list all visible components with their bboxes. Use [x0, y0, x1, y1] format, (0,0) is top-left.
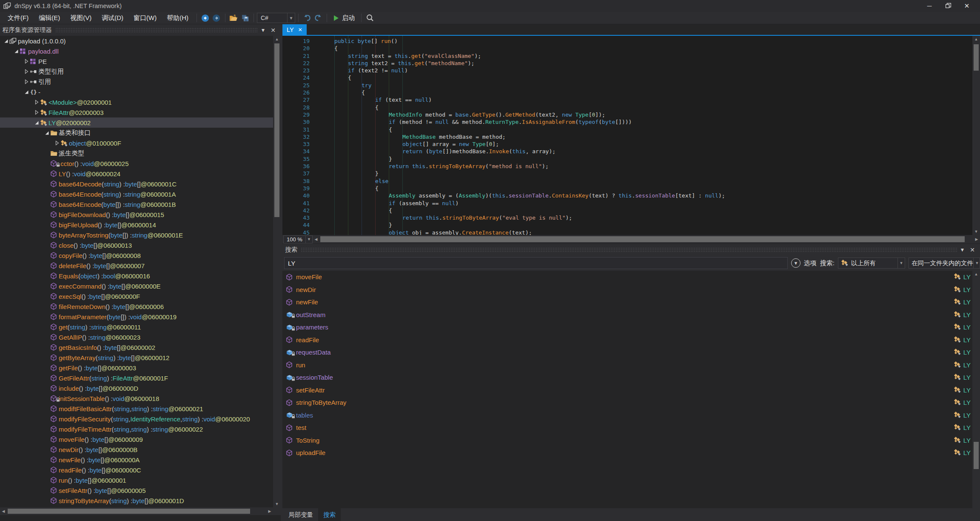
open-file-button[interactable] [228, 13, 239, 23]
editor-hscroll-thumb[interactable] [320, 236, 965, 242]
tree-row[interactable]: PE [0, 56, 273, 66]
close-button[interactable]: ✕ [963, 2, 971, 10]
tree-horizontal-scrollbar[interactable]: ◀ ▶ [0, 507, 281, 515]
scroll-up-icon[interactable]: ▲ [273, 36, 281, 43]
tree-row[interactable]: readFile() : byte[] @0600000C [0, 465, 273, 475]
tree-row[interactable]: deleteFile() : byte[] @06000007 [0, 260, 273, 271]
search-result-row[interactable]: newFileLY [282, 296, 972, 309]
expander-expanded-icon[interactable] [13, 49, 20, 54]
menu-item[interactable]: 文件(F) [3, 13, 34, 23]
tree-row[interactable]: fileRemoteDown() : byte[] @06000006 [0, 301, 273, 312]
menu-item[interactable]: 窗口(W) [128, 13, 162, 23]
tree-row[interactable]: {}- [0, 87, 273, 97]
scroll-left-icon[interactable]: ◀ [313, 237, 319, 241]
search-result-row[interactable]: setFileAttrLY [282, 384, 972, 397]
navigate-back-button[interactable] [200, 13, 211, 23]
tree-row[interactable]: getByteArray(string) : byte[] @06000012 [0, 352, 273, 363]
code-content[interactable]: public byte[] run(){string text = this.g… [316, 36, 972, 235]
language-combobox[interactable]: C# ▼ [257, 13, 295, 23]
tree-row[interactable]: moveFile() : byte[] @06000009 [0, 434, 273, 444]
tree-row[interactable]: setFileAttr() : byte[] @06000005 [0, 485, 273, 495]
tree-hscroll-thumb[interactable] [8, 509, 250, 514]
scroll-down-icon[interactable]: ▼ [273, 501, 281, 507]
tree-row[interactable]: .cctor() : void @06000025 [0, 158, 273, 169]
panel-menu-chevron-icon[interactable]: ▼ [258, 27, 268, 33]
expander-collapsed-icon[interactable] [23, 69, 30, 74]
search-result-row[interactable]: stringToByteArrayLY [282, 396, 972, 409]
tree-row[interactable]: GetFileAttr(string) : FileAttr @0600001F [0, 373, 273, 383]
tree-row[interactable]: include() : byte[] @0600000D [0, 383, 273, 393]
expander-expanded-icon[interactable] [43, 131, 50, 135]
search-result-row[interactable]: sessionTableLY [282, 371, 972, 384]
panel-close-icon[interactable]: ✕ [967, 246, 977, 253]
tree-row[interactable]: getFile() : byte[] @06000003 [0, 363, 273, 373]
tool-window-tab-inactive[interactable]: 局部变量 [283, 508, 318, 521]
tree-row[interactable]: FileAttr @02000003 [0, 107, 273, 117]
editor-horizontal-scrollbar[interactable] [319, 235, 973, 243]
search-result-row[interactable]: newDirLY [282, 283, 972, 296]
undo-button[interactable] [302, 13, 313, 23]
tree-row[interactable]: execCommand() : byte[] @0600000E [0, 281, 273, 291]
tree-row[interactable]: byteArrayTostring(byte[]) : string @0600… [0, 230, 273, 240]
tree-row[interactable]: newFile() : byte[] @0600000A [0, 455, 273, 465]
editor-vertical-scrollbar[interactable]: ▲ ▼ [972, 36, 980, 235]
save-all-button[interactable] [239, 13, 251, 23]
scroll-left-icon[interactable]: ◀ [0, 507, 7, 515]
chevron-down-icon[interactable]: ▼ [973, 258, 980, 268]
search-input[interactable]: LY [284, 257, 788, 269]
expander-expanded-icon[interactable] [3, 39, 9, 43]
search-result-row[interactable]: runLY [282, 359, 972, 372]
scroll-right-icon[interactable]: ▶ [266, 507, 273, 515]
tree-scroll-thumb[interactable] [274, 43, 279, 217]
tree-vertical-scrollbar[interactable]: ▲ ▼ [273, 36, 281, 507]
document-tab-ly[interactable]: LY ✕ [282, 24, 307, 35]
search-result-row[interactable]: moveFileLY [282, 271, 972, 283]
tree-row[interactable]: payload (1.0.0.0) [0, 36, 273, 46]
menu-item[interactable]: 调试(D) [97, 13, 128, 23]
tree-row[interactable]: LY @02000002 [0, 117, 273, 128]
tree-row[interactable]: base64Decode(string) : byte[] @0600001C [0, 179, 273, 189]
panel-close-icon[interactable]: ✕ [268, 27, 278, 34]
tree-row[interactable]: 引用 [0, 77, 273, 87]
search-result-row[interactable]: uploadFileLY [282, 447, 972, 459]
search-location-dropdown[interactable]: 在同一文件夹内的文件 ▼ [909, 258, 980, 269]
options-label[interactable]: 选项 [804, 259, 817, 267]
tree-row[interactable]: getBasicsInfo() : byte[] @06000002 [0, 342, 273, 352]
tree-row[interactable]: 派生类型 [0, 148, 273, 158]
expander-collapsed-icon[interactable] [23, 59, 30, 64]
tree-row[interactable]: stringToByteArray(string) : byte[] @0600… [0, 495, 273, 506]
tree-row[interactable]: modiftFileBasicAttr(string, string) : st… [0, 404, 273, 414]
tree-row[interactable]: <Module> @02000001 [0, 97, 273, 107]
code-editor[interactable]: 1920212223242526272829303132333435363738… [282, 36, 980, 235]
tree-row[interactable]: formatParameter(byte[]) : void @06000019 [0, 312, 273, 322]
tree-row[interactable]: payload.dll [0, 46, 273, 56]
tree-row[interactable]: GetAllIP() : string @06000023 [0, 332, 273, 342]
search-scope-dropdown[interactable]: 以上所有 ▼ [838, 258, 905, 269]
tab-close-icon[interactable]: ✕ [298, 27, 302, 33]
tree-row[interactable]: 类型引用 [0, 66, 273, 77]
start-debug-button[interactable]: 启动 [330, 14, 358, 22]
tree-row[interactable]: newDir() : byte[] @0600000B [0, 444, 273, 455]
restore-button[interactable] [944, 2, 952, 10]
search-result-row[interactable]: requestDataLY [282, 346, 972, 359]
panel-menu-chevron-icon[interactable]: ▼ [957, 247, 967, 253]
scroll-right-icon[interactable]: ▶ [973, 237, 980, 241]
search-result-row[interactable]: testLY [282, 421, 972, 434]
zoom-combobox[interactable]: 100 % ▼ [283, 235, 313, 243]
navigate-forward-button[interactable] [211, 13, 222, 23]
expander-collapsed-icon[interactable] [23, 79, 30, 84]
tree-row[interactable]: modifyFileTimeAttr(string, string) : str… [0, 424, 273, 434]
tree-row[interactable]: object @0100000F [0, 138, 273, 148]
tree-row[interactable]: bigFileUpload() : byte[] @06000014 [0, 220, 273, 230]
tree-row[interactable]: modifyFileSecurity(string, IdentityRefer… [0, 414, 273, 424]
menu-item[interactable]: 帮助(H) [162, 13, 194, 23]
search-result-row[interactable]: tablesLY [282, 409, 972, 422]
options-chevron-icon[interactable]: ▼ [791, 258, 801, 268]
tree-row[interactable]: Equals(object) : bool @06000016 [0, 271, 273, 281]
tree-row[interactable]: bigFileDownload() : byte[] @06000015 [0, 209, 273, 220]
redo-button[interactable] [313, 13, 324, 23]
expander-expanded-icon[interactable] [33, 120, 40, 125]
editor-scroll-thumb[interactable] [974, 44, 979, 71]
chevron-down-icon[interactable]: ▼ [306, 235, 313, 243]
tree-row[interactable]: execSql() : byte[] @0600000F [0, 291, 273, 301]
